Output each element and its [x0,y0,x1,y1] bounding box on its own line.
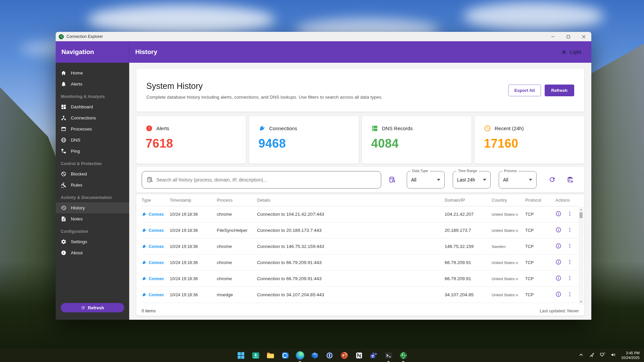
taskbar-icon-notion[interactable] [354,351,363,360]
chevron-down-icon [529,179,532,181]
close-button[interactable] [576,32,591,41]
taskbar-icon-terminal[interactable] [384,351,393,360]
table-row[interactable]: Connec 10/24 19:18:36 FileSyncHelper Con… [142,222,579,239]
info-icon[interactable] [555,259,561,266]
notes-icon [61,216,66,222]
table-row[interactable]: Connec 10/24 19:18:36 chrome Connection … [142,271,579,287]
table-row[interactable]: Connec 10/24 19:18:36 chrome Connection … [142,239,579,255]
sidebar-item-about[interactable]: About [56,247,129,258]
theme-toggle[interactable]: Light [561,49,581,55]
table-row[interactable]: Connec 10/24 19:18:36 chrome Connection … [142,255,579,271]
sidebar-item-dashboard[interactable]: Dashboard [56,101,129,112]
sidebar-item-notes[interactable]: Notes [56,213,129,224]
tray-volume-icon[interactable] [610,352,616,359]
items-count: 0 items [142,308,156,313]
stat-card-recent-24h-: Recent (24h) 17160 [475,116,584,164]
row-country: United States o [492,228,525,232]
refresh-data-button[interactable] [545,173,559,187]
more-options-icon[interactable] [567,211,573,218]
info-icon[interactable] [555,227,561,234]
more-options-icon[interactable] [567,291,573,298]
dashboard-icon [61,104,66,110]
search-database-icon [147,176,153,183]
more-options-icon[interactable] [567,259,573,266]
sidebar-item-settings[interactable]: Settings [56,236,129,247]
dropdown-process[interactable]: Process All [499,171,537,189]
chevron-down-icon [437,179,440,181]
row-timestamp: 10/24 19:18:36 [170,228,217,233]
row-process: FileSyncHelper [217,228,257,233]
refresh-button[interactable]: Refresh [545,85,574,96]
row-domain-ip: 66.79.209.91 [445,276,492,281]
taskbar-icon-downloads-folder[interactable] [251,351,260,360]
taskbar-icon-connection-explorer[interactable] [399,351,408,360]
taskbar-icon-onepassword[interactable] [325,351,334,360]
taskbar-icon-start[interactable] [236,351,245,360]
database-search-button[interactable] [385,173,399,187]
column-header-process: Process [217,198,257,203]
scroll-down-arrow[interactable]: ▼ [579,300,583,304]
row-timestamp: 10/24 19:18:36 [170,212,217,217]
info-icon[interactable] [555,243,561,250]
more-options-icon[interactable] [567,243,573,250]
info-icon[interactable] [555,291,561,298]
sidebar-item-home[interactable]: Home [56,67,129,79]
row-type-label: Connec [149,228,164,233]
table-header-row: TypeTimestampProcessDetailsDomain/IPCoun… [142,194,579,206]
taskbar-clock[interactable]: 3:45 PM 10/24/2025 [621,351,640,360]
scrollbar[interactable]: ▲ ▼ [579,207,583,304]
taskbar-icon-edge[interactable] [295,351,304,360]
sidebar-item-dns[interactable]: DNS [56,135,129,146]
maximize-button[interactable] [560,32,576,41]
row-domain-ip: 104.21.42.207 [445,212,492,217]
row-protocol: TCP [525,276,555,281]
taskbar-icon-outlook[interactable] [281,351,290,360]
sidebar-item-connections[interactable]: Connections [56,112,129,123]
connection-explorer-window: Connection Explorer Navigation History L… [56,32,591,320]
row-details: Connection to 34.107.204.85:443 [257,292,445,297]
tray-pen-icon[interactable] [589,352,595,359]
scrollbar-thumb[interactable] [580,212,583,218]
row-type-label: Connec [149,244,164,249]
row-country: Sweden [492,245,525,249]
info-icon[interactable] [555,211,561,218]
export-all-button[interactable]: Export All [508,85,541,96]
dropdown-data-type[interactable]: Data Type All [407,171,445,189]
column-header-actions: Actions [555,198,579,203]
sidebar-item-processes[interactable]: Processes [56,123,129,135]
taskbar-icon-file-explorer[interactable] [266,351,275,360]
row-process: chrome [217,212,257,217]
row-protocol: TCP [525,260,555,265]
gear-icon [61,239,66,245]
scroll-up-arrow[interactable]: ▲ [579,207,583,212]
sidebar-item-history[interactable]: History [56,202,129,213]
taskbar-icon-teams[interactable] [369,351,378,360]
tray-network-icon[interactable] [600,352,605,359]
sidebar-item-blocked[interactable]: Blocked [56,168,129,179]
sidebar-item-rules[interactable]: Rules [56,179,129,191]
sidebar-item-alerts[interactable]: Alerts [56,79,129,90]
stat-value: 7618 [146,137,237,151]
database-export-button[interactable] [563,173,577,187]
row-protocol: TCP [525,228,555,233]
table-row[interactable]: Connec 10/24 19:18:36 msedge Connection … [142,287,579,303]
table-row[interactable]: Connec 10/24 19:18:36 chrome Connection … [142,206,579,222]
main-content: System History Complete database history… [129,63,591,320]
sidebar-refresh-button[interactable]: Refresh [61,303,124,312]
tray-chevron-up-icon[interactable] [578,352,584,359]
window-titlebar: Connection Explorer [56,32,591,41]
row-timestamp: 10/24 19:18:36 [170,260,217,265]
search-input[interactable] [156,177,376,183]
minimize-button[interactable] [545,32,560,41]
taskbar-icon-box-drive[interactable] [310,351,319,360]
row-domain-ip: 146.75.32.159 [445,244,492,249]
taskbar-icon-powerpoint[interactable] [340,351,349,360]
row-timestamp: 10/24 19:18:36 [170,293,217,297]
info-icon[interactable] [555,275,561,282]
sidebar-item-ping[interactable]: Ping [56,146,129,157]
more-options-icon[interactable] [567,275,573,282]
more-options-icon[interactable] [567,227,573,234]
dropdown-time-range[interactable]: Time Range Last 24h [453,171,491,189]
filter-bar: Data Type All Time Range Last 24h Proces… [136,167,584,193]
row-details: Connection to 66.79.209.91:443 [257,260,445,265]
